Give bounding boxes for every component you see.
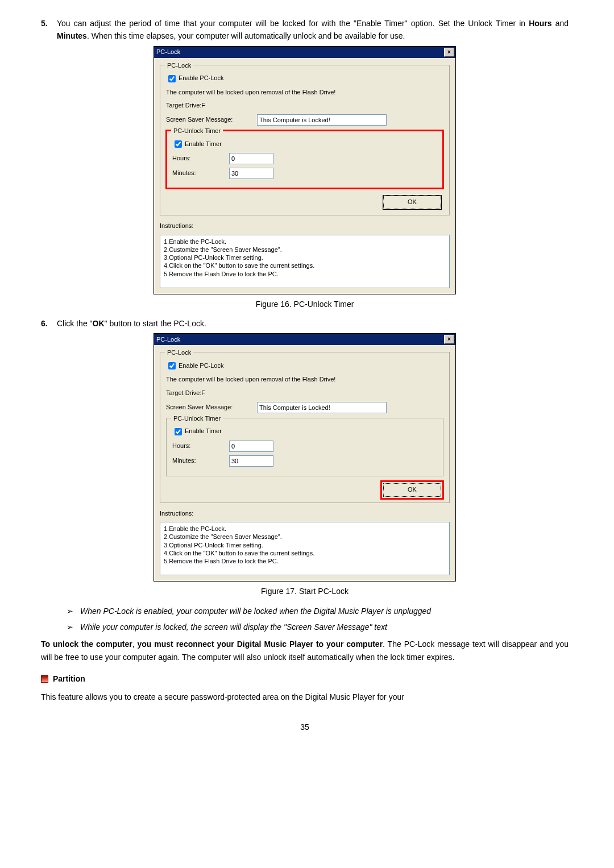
minutes-label-2: Minutes: bbox=[172, 456, 229, 466]
list-body-6: Click the "OK" button to start the PC-Lo… bbox=[57, 317, 569, 330]
partition-heading: Partition bbox=[41, 672, 569, 685]
locked-message: The computer will be locked upon removal… bbox=[166, 88, 443, 98]
locked-message-2: The computer will be locked upon removal… bbox=[166, 375, 443, 385]
target-drive-2: Target Drive:F bbox=[166, 388, 443, 398]
timer-group-label: PC-Unlock Timer bbox=[171, 126, 223, 136]
timer-group-label-2: PC-Unlock Timer bbox=[171, 414, 223, 424]
ssm-label: Screen Saver Message: bbox=[166, 115, 257, 125]
ssm-label-2: Screen Saver Message: bbox=[166, 402, 257, 413]
list-item-6: 6. Click the "OK" button to start the PC… bbox=[41, 317, 569, 330]
li5-hours: Hours bbox=[529, 19, 551, 28]
li5-pre: You can adjust the period of time that y… bbox=[57, 19, 529, 28]
arrow-icon: ➢ bbox=[67, 605, 80, 617]
arrow-icon: ➢ bbox=[67, 621, 80, 633]
li5-and: and bbox=[552, 19, 569, 28]
partition-title: Partition bbox=[53, 672, 85, 685]
minutes-label: Minutes: bbox=[172, 168, 229, 178]
unlock-b2: you must reconnect your Digital Music Pl… bbox=[138, 639, 383, 649]
bullet-2: While your computer is locked, the scree… bbox=[80, 621, 569, 633]
list-num-5: 5. bbox=[41, 17, 57, 43]
pclock-dialog-1: PC-Lock × PC-Lock Enable PC-Lock The com… bbox=[154, 46, 456, 294]
figure-17: PC-Lock × PC-Lock Enable PC-Lock The com… bbox=[41, 333, 569, 582]
dialog-title: PC-Lock bbox=[156, 47, 180, 57]
partition-paragraph: This feature allows you to create a secu… bbox=[41, 691, 569, 703]
close-button-2[interactable]: × bbox=[444, 335, 454, 344]
page-number: 35 bbox=[41, 721, 569, 733]
close-button[interactable]: × bbox=[444, 48, 454, 57]
enable-timer-label-2: Enable Timer bbox=[185, 426, 222, 437]
pclock-dialog-2: PC-Lock × PC-Lock Enable PC-Lock The com… bbox=[154, 333, 456, 582]
figure-16: PC-Lock × PC-Lock Enable PC-Lock The com… bbox=[41, 46, 569, 294]
minutes-input[interactable] bbox=[229, 168, 273, 179]
li6-post: " button to start the PC-Lock. bbox=[105, 319, 206, 328]
enable-pclock-label-2: Enable PC-Lock bbox=[179, 361, 224, 371]
target-drive: Target Drive:F bbox=[166, 101, 443, 111]
li6-pre: Click the " bbox=[57, 319, 93, 328]
list-body-5: You can adjust the period of time that y… bbox=[57, 17, 569, 43]
list-item-5: 5. You can adjust the period of time tha… bbox=[41, 17, 569, 43]
instructions-label-2: Instructions: bbox=[160, 509, 450, 519]
titlebar: PC-Lock × bbox=[154, 47, 455, 58]
figure-16-caption: Figure 16. PC-Unlock Timer bbox=[41, 298, 569, 310]
close-icon-2: × bbox=[447, 335, 451, 344]
enable-pclock-label: Enable PC-Lock bbox=[179, 73, 224, 84]
enable-timer-label: Enable Timer bbox=[185, 139, 222, 149]
enable-timer-checkbox-2[interactable] bbox=[175, 428, 182, 435]
unlock-mid: , bbox=[132, 639, 138, 649]
li6-ok: OK bbox=[93, 319, 105, 328]
close-icon: × bbox=[447, 48, 451, 57]
pclock-group: PC-Lock Enable PC-Lock The computer will… bbox=[160, 65, 450, 215]
ok-button-2[interactable]: OK bbox=[383, 483, 441, 497]
timer-group: PC-Unlock Timer Enable Timer Hours: Minu… bbox=[166, 130, 443, 189]
instructions-box-2: 1.Enable the PC-Lock. 2.Customize the "S… bbox=[160, 522, 450, 575]
pclock-group-2: PC-Lock Enable PC-Lock The computer will… bbox=[160, 352, 450, 502]
unlock-paragraph: To unlock the computer, you must reconne… bbox=[41, 638, 569, 663]
hours-input-2[interactable] bbox=[229, 441, 273, 452]
instructions-label: Instructions: bbox=[160, 221, 450, 231]
ssm-input[interactable] bbox=[257, 114, 387, 126]
minutes-input-2[interactable] bbox=[229, 455, 273, 467]
titlebar-2: PC-Lock × bbox=[154, 334, 455, 345]
figure-17-caption: Figure 17. Start PC-Lock bbox=[41, 585, 569, 597]
square-bullet-icon bbox=[41, 675, 48, 683]
hours-label-2: Hours: bbox=[172, 441, 229, 451]
unlock-b1: To unlock the computer bbox=[41, 639, 132, 649]
enable-pclock-checkbox[interactable] bbox=[168, 75, 176, 82]
bullet-list: ➢ When PC-Lock is enabled, your computer… bbox=[67, 605, 569, 634]
timer-group-2: PC-Unlock Timer Enable Timer Hours: Minu… bbox=[166, 418, 443, 476]
pclock-group-label: PC-Lock bbox=[165, 61, 193, 71]
hours-input[interactable] bbox=[229, 153, 273, 164]
instructions-box: 1.Enable the PC-Lock. 2.Customize the "S… bbox=[160, 235, 450, 288]
enable-timer-checkbox[interactable] bbox=[175, 140, 182, 148]
pclock-group-label-2: PC-Lock bbox=[165, 348, 193, 358]
ok-button[interactable]: OK bbox=[383, 196, 441, 209]
list-num-6: 6. bbox=[41, 317, 57, 330]
bullet-1: When PC-Lock is enabled, your computer w… bbox=[80, 605, 569, 617]
hours-label: Hours: bbox=[172, 153, 229, 164]
li5-post: . When this time elapses, your computer … bbox=[87, 31, 405, 40]
enable-pclock-checkbox-2[interactable] bbox=[168, 362, 176, 369]
dialog-title-2: PC-Lock bbox=[156, 335, 180, 345]
li5-minutes: Minutes bbox=[57, 31, 87, 40]
ssm-input-2[interactable] bbox=[257, 402, 387, 413]
